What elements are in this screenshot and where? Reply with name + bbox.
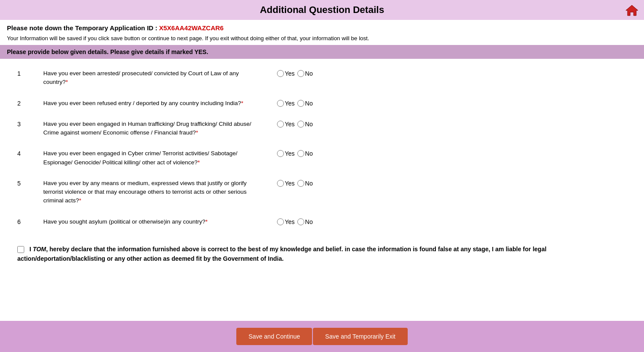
required-marker-6: * xyxy=(205,218,207,225)
radio-no-input-1[interactable] xyxy=(297,70,304,77)
radio-group-1: Yes No xyxy=(277,69,313,77)
radio-no-input-4[interactable] xyxy=(297,150,304,157)
required-marker-3: * xyxy=(196,129,198,136)
radio-no-4[interactable]: No xyxy=(297,150,313,157)
footer-bar: Save and Continue Save and Temporarily E… xyxy=(0,321,644,352)
info-text: Your Information will be saved if you cl… xyxy=(0,33,644,45)
radio-group-4: Yes No xyxy=(277,149,313,157)
home-icon[interactable] xyxy=(625,3,639,17)
no-label-3: No xyxy=(305,121,313,128)
question-text-2: Have you ever been refused entry / depor… xyxy=(43,99,260,108)
app-id-value: X5X6AA42WAZCAR6 xyxy=(159,24,223,32)
radio-yes-input-5[interactable] xyxy=(277,180,284,187)
radio-group-5: Yes No xyxy=(277,179,313,187)
radio-no-input-2[interactable] xyxy=(297,100,304,107)
declaration-text: I TOM, hereby declare that the informati… xyxy=(17,244,627,264)
save-continue-button[interactable]: Save and Continue xyxy=(236,328,312,345)
no-label-6: No xyxy=(305,218,313,225)
section-banner: Please provide below given details. Plea… xyxy=(0,45,644,59)
question-text-4: Have you ever been engaged in Cyber crim… xyxy=(43,149,260,167)
required-marker-5: * xyxy=(79,197,81,204)
question-number-2: 2 xyxy=(17,99,43,107)
radio-yes-5[interactable]: Yes xyxy=(277,180,295,187)
save-exit-button[interactable]: Save and Temporarily Exit xyxy=(313,328,407,345)
question-text-1: Have you ever been arrested/ prosecuted/… xyxy=(43,69,260,87)
radio-no-5[interactable]: No xyxy=(297,180,313,187)
yes-label-4: Yes xyxy=(285,150,295,157)
radio-no-2[interactable]: No xyxy=(297,100,313,107)
radio-yes-input-2[interactable] xyxy=(277,100,284,107)
yes-label-2: Yes xyxy=(285,100,295,107)
radio-no-input-3[interactable] xyxy=(297,121,304,128)
radio-yes-1[interactable]: Yes xyxy=(277,70,295,77)
question-number-4: 4 xyxy=(17,149,43,157)
radio-yes-4[interactable]: Yes xyxy=(277,150,295,157)
page-header: Additional Question Details xyxy=(0,0,644,20)
radio-yes-input-4[interactable] xyxy=(277,150,284,157)
required-marker-1: * xyxy=(66,79,68,85)
radio-no-3[interactable]: No xyxy=(297,121,313,128)
radio-yes-6[interactable]: Yes xyxy=(277,218,295,225)
question-number-6: 6 xyxy=(17,218,43,225)
question-number-1: 1 xyxy=(17,69,43,77)
svg-marker-0 xyxy=(626,5,638,16)
question-row: 3 Have you ever been engaged in Human tr… xyxy=(17,114,627,144)
declaration-text-before: I xyxy=(29,246,33,253)
radio-group-2: Yes No xyxy=(277,99,313,107)
radio-yes-input-6[interactable] xyxy=(277,218,284,225)
declaration-text-after: , hereby declare that the information fu… xyxy=(17,246,547,262)
question-number-5: 5 xyxy=(17,179,43,187)
yes-label-3: Yes xyxy=(285,121,295,128)
question-text-3: Have you ever been engaged in Human traf… xyxy=(43,120,260,138)
question-number-3: 3 xyxy=(17,120,43,128)
no-label-1: No xyxy=(305,70,313,77)
declaration-section: I TOM, hereby declare that the informati… xyxy=(0,237,644,271)
app-id-section: Please note down the Temporary Applicati… xyxy=(0,20,644,33)
radio-group-6: Yes No xyxy=(277,218,313,225)
question-text-6: Have you sought asylum (political or oth… xyxy=(43,218,260,226)
radio-yes-3[interactable]: Yes xyxy=(277,121,295,128)
question-row: 1 Have you ever been arrested/ prosecute… xyxy=(17,63,627,93)
radio-yes-input-3[interactable] xyxy=(277,121,284,128)
radio-group-3: Yes No xyxy=(277,120,313,128)
radio-yes-input-1[interactable] xyxy=(277,70,284,77)
no-label-4: No xyxy=(305,150,313,157)
required-marker-2: * xyxy=(241,100,243,106)
radio-no-input-6[interactable] xyxy=(297,218,304,225)
question-row: 5 Have you ever by any means or medium, … xyxy=(17,173,627,211)
question-text-5: Have you ever by any means or medium, ex… xyxy=(43,179,260,205)
declaration-checkbox[interactable] xyxy=(17,246,24,253)
yes-label-5: Yes xyxy=(285,180,295,187)
yes-label-1: Yes xyxy=(285,70,295,77)
radio-no-input-5[interactable] xyxy=(297,180,304,187)
question-row: 6 Have you sought asylum (political or o… xyxy=(17,211,627,232)
yes-label-6: Yes xyxy=(285,218,295,225)
radio-no-1[interactable]: No xyxy=(297,70,313,77)
radio-no-6[interactable]: No xyxy=(297,218,313,225)
page-title: Additional Question Details xyxy=(0,4,644,16)
declaration-name: TOM xyxy=(33,246,46,253)
app-id-label: Please note down the Temporary Applicati… xyxy=(7,24,158,32)
no-label-2: No xyxy=(305,100,313,107)
required-marker-4: * xyxy=(197,159,200,166)
no-label-5: No xyxy=(305,180,313,187)
question-row: 2 Have you ever been refused entry / dep… xyxy=(17,93,627,114)
question-row: 4 Have you ever been engaged in Cyber cr… xyxy=(17,143,627,173)
radio-yes-2[interactable]: Yes xyxy=(277,100,295,107)
questions-area: 1 Have you ever been arrested/ prosecute… xyxy=(0,59,644,237)
